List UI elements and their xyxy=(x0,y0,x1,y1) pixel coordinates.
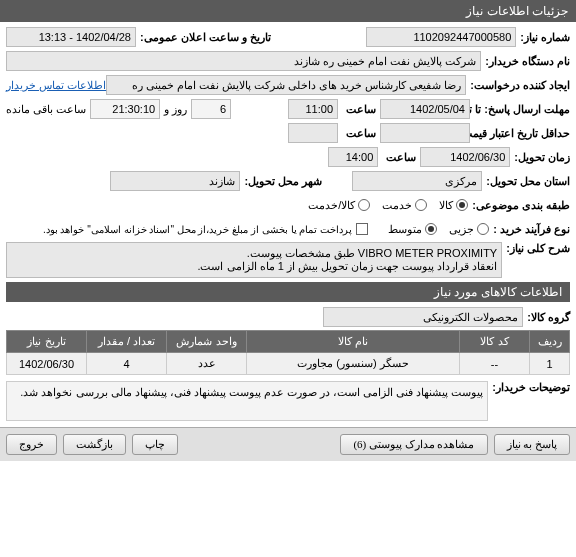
payment-checkbox[interactable] xyxy=(356,223,368,235)
exit-button[interactable]: خروج xyxy=(6,434,57,455)
deadline-date: 1402/05/04 xyxy=(380,99,470,119)
radio-partial[interactable] xyxy=(477,223,489,235)
announce-field: 1402/04/28 - 13:13 xyxy=(6,27,136,47)
city-label: شهر محل تحویل: xyxy=(240,175,322,188)
table-header-row: ردیف کد کالا نام کالا واحد شمارش تعداد /… xyxy=(7,331,570,353)
hour-label-2: ساعت xyxy=(342,127,376,140)
table-row: 1 -- حسگر (سنسور) مجاورت عدد 4 1402/06/3… xyxy=(7,353,570,375)
page-header: جزئیات اطلاعات نیاز xyxy=(0,0,576,22)
process-label: نوع فرآیند خرید : xyxy=(489,223,570,236)
contact-link[interactable]: اطلاعات تماس خریدار xyxy=(6,79,106,92)
th-date: تاریخ نیاز xyxy=(7,331,87,353)
th-name: نام کالا xyxy=(247,331,460,353)
need-no-field: 1102092447000580 xyxy=(366,27,516,47)
remain-time: 21:30:10 xyxy=(90,99,160,119)
th-code: کد کالا xyxy=(460,331,530,353)
cell-qty: 4 xyxy=(87,353,167,375)
days-field: 6 xyxy=(191,99,231,119)
radio-service[interactable] xyxy=(415,199,427,211)
process-radios: جزیی متوسط xyxy=(388,223,489,236)
buyer-label: نام دستگاه خریدار: xyxy=(481,55,570,68)
valid-date xyxy=(380,123,470,143)
deadline-label: مهلت ارسال پاسخ: تا تاریخ: xyxy=(470,103,570,116)
valid-label: حداقل تاریخ اعتبار قیمت: تا تاریخ: xyxy=(470,127,570,140)
cell-row: 1 xyxy=(530,353,570,375)
desc-label: شرح کلی نیاز: xyxy=(502,242,570,255)
back-button[interactable]: بازگشت xyxy=(63,434,126,455)
delivery-time: 14:00 xyxy=(328,147,378,167)
hour-label-3: ساعت xyxy=(382,151,416,164)
th-row: ردیف xyxy=(530,331,570,353)
attachments-button[interactable]: مشاهده مدارک پیوستی (6) xyxy=(340,434,487,455)
city-field: شازند xyxy=(110,171,240,191)
creator-label: ایجاد کننده درخواست: xyxy=(466,79,570,92)
buyer-note-label: توضیحات خریدار: xyxy=(488,381,570,394)
print-button[interactable]: چاپ xyxy=(132,434,178,455)
announce-label: تاریخ و ساعت اعلان عمومی: xyxy=(136,31,271,44)
goods-table: ردیف کد کالا نام کالا واحد شمارش تعداد /… xyxy=(6,330,570,375)
radio-both[interactable] xyxy=(358,199,370,211)
th-qty: تعداد / مقدار xyxy=(87,331,167,353)
buyer-note-box: پیوست پیشنهاد فنی الزامی است، در صورت عد… xyxy=(6,381,488,421)
category-label: طبقه بندی موضوعی: xyxy=(468,199,570,212)
goods-section-title: اطلاعات کالاهای مورد نیاز xyxy=(6,282,570,302)
cell-code: -- xyxy=(460,353,530,375)
buyer-field: شرکت پالایش نفت امام خمینی ره شازند xyxy=(6,51,481,71)
cell-name: حسگر (سنسور) مجاورت xyxy=(247,353,460,375)
cell-date: 1402/06/30 xyxy=(7,353,87,375)
province-label: استان محل تحویل: xyxy=(482,175,570,188)
reply-button[interactable]: پاسخ به نیاز xyxy=(494,434,571,455)
creator-field: رضا شفیعی کارشناس خرید های داخلی شرکت پا… xyxy=(106,75,466,95)
province-field: مرکزی xyxy=(352,171,482,191)
footer-bar: پاسخ به نیاز مشاهده مدارک پیوستی (6) چاپ… xyxy=(0,427,576,461)
delivery-date: 1402/06/30 xyxy=(420,147,510,167)
group-label: گروه کالا: xyxy=(523,311,570,324)
day-label: روز و xyxy=(164,103,187,116)
remain-label: ساعت باقی مانده xyxy=(6,103,86,116)
radio-medium[interactable] xyxy=(425,223,437,235)
hour-label-1: ساعت xyxy=(342,103,376,116)
category-radios: کالا خدمت کالا/خدمت xyxy=(308,199,468,212)
cell-unit: عدد xyxy=(167,353,247,375)
th-unit: واحد شمارش xyxy=(167,331,247,353)
valid-time xyxy=(288,123,338,143)
payment-note: پرداخت تمام یا بخشی از مبلغ خرید،از محل … xyxy=(43,224,352,235)
delivery-label: زمان تحویل: xyxy=(510,151,570,164)
desc-field: VIBRO METER PROXIMITY طبق مشخصات پیوست. … xyxy=(6,242,502,278)
header-title: جزئیات اطلاعات نیاز xyxy=(466,4,568,18)
group-field: محصولات الکترونیکی xyxy=(323,307,523,327)
radio-goods[interactable] xyxy=(456,199,468,211)
deadline-time: 11:00 xyxy=(288,99,338,119)
need-no-label: شماره نیاز: xyxy=(516,31,570,44)
